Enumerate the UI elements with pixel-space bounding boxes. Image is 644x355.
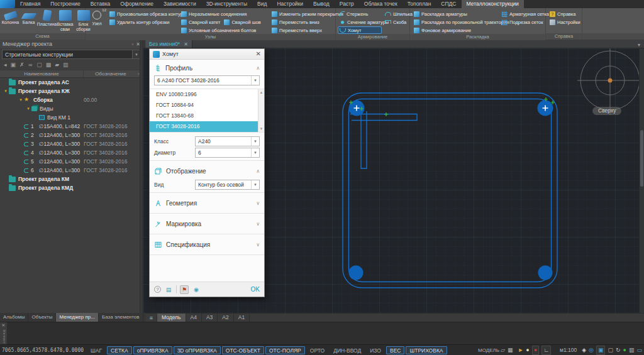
ribbon-tab[interactable]: Оформление [115,0,158,8]
ribbon-button[interactable]: Фоновое армирование [412,26,499,34]
view-tool-icon[interactable]: ● [623,346,626,354]
panel-toolbar-icon[interactable]: ▩ [46,62,52,68]
diameter-dropdown[interactable]: 6 ▾ [195,148,260,158]
ribbon-button[interactable]: Справка [548,10,579,18]
status-icon[interactable]: ● [532,346,539,355]
scroll-down-icon[interactable]: ▼ [260,127,264,131]
view-tool-icon[interactable]: ◎ [589,346,594,354]
panel-scrollbar[interactable] [140,40,143,313]
view-tool-icon[interactable]: ↻ [616,346,621,354]
close-command-icon[interactable]: ✕ [2,323,6,328]
section-profile[interactable]: Профиль ∧ [154,60,260,75]
expand-icon[interactable]: ∨ [256,221,260,227]
ribbon-tab[interactable]: Настройки [272,0,308,8]
tree-item[interactable]: ▾ Сборка 00.00 [0,96,143,104]
command-history[interactable]: Укажите следующий узел или [U-Шаг назад]… [7,320,644,344]
ribbon-big-button[interactable]: Вставка сваи [57,9,74,33]
ribbon-button[interactable]: Стержень [338,10,382,18]
tree-item[interactable]: 3 ∅12А400, L=300 ГОСТ 34028-2016 [0,139,143,148]
section-display[interactable]: Отображение ∧ [154,163,260,178]
axis-toggle-icon[interactable]: ◉ [192,285,201,294]
ribbon-tab[interactable]: Растр [335,0,359,8]
panel-toolbar-icon[interactable]: ▥ [63,62,69,68]
scroll-up-icon[interactable]: ▲ [260,90,264,94]
ribbon-button[interactable]: Настройки [548,18,579,26]
status-toggle[interactable]: ИЗО [366,346,385,354]
view-tool-icon[interactable]: ▢ [608,346,613,354]
ribbon-button[interactable]: Переместить вверх [270,26,338,34]
panel-toolbar-icon[interactable]: ✗ [19,62,25,68]
section-marking[interactable]: Маркировка ∨ [154,216,260,231]
panel-toolbar-icon[interactable]: ▢ [36,62,42,68]
dialog-close-icon[interactable]: ✕ [256,51,261,57]
ribbon-tab[interactable]: Вывод [308,0,335,8]
ribbon-tab[interactable]: Топоплан [402,0,436,8]
section-marker-toggle-icon[interactable]: ⚑ [180,285,189,294]
ribbon-button[interactable]: Произвольная обрезка контура [108,10,178,18]
ribbon-tab[interactable]: Зависимости [158,0,201,8]
help-icon[interactable]: ? [154,286,161,293]
ribbon-tab[interactable]: Вставка [86,0,116,8]
ribbon-tab[interactable]: Облака точек [359,0,402,8]
panel-toolbar-icon[interactable]: ▣ [11,62,16,68]
close-document-icon[interactable]: ✕ [184,41,188,47]
tree-item[interactable]: ▾ Виды [0,104,143,113]
status-icon[interactable]: ▱ [501,346,505,354]
status-toggle[interactable]: СЕТКА [107,346,132,354]
expand-arrow-icon[interactable]: ▾ [25,106,31,111]
ribbon-button[interactable]: Шпилька [383,10,409,18]
status-icon[interactable]: ► [518,346,523,354]
status-toggle[interactable]: 3D оПРИВЯЗКА [174,346,221,354]
ribbon-tab[interactable]: Металлоконструкции [462,0,524,8]
ribbon-big-button[interactable]: Балка [20,9,37,33]
ribbon-button[interactable]: Раскладка арматуры [412,10,499,18]
status-toggle[interactable]: ШТРИХОВКА [406,346,447,354]
view-tool-icon[interactable]: ▣ [596,346,606,355]
status-toggle[interactable]: ОТС-ПОЛЯР [265,346,305,354]
dialog-title-bar[interactable]: Хомут ✕ [150,49,264,60]
pin-icon[interactable]: ▫ [131,41,133,47]
view-compass[interactable] [577,48,639,115]
node-button[interactable]: Узел [87,9,106,34]
ribbon-button[interactable]: Скоба [383,18,409,26]
column-name[interactable]: Наименование [0,70,84,77]
grip-points[interactable] [349,97,555,116]
panel-toolbar-icon[interactable]: ▰ [55,62,59,68]
ribbon-tab[interactable]: Главная [15,0,45,8]
ribbon-tab[interactable]: Вид [252,0,272,8]
view-name-badge[interactable]: Сверху [592,107,621,115]
panel-toolbar-icon[interactable]: ≃ [28,62,33,68]
ribbon-button[interactable]: Хомут [338,26,382,34]
class-dropdown[interactable]: А240 ▾ [195,136,260,146]
list-scrollbar[interactable]: ▲ ▼ [258,89,264,132]
app-logo-icon[interactable] [0,0,15,8]
ribbon-button[interactable]: Подрезка сеток [500,18,545,26]
panel-toolbar-icon[interactable]: ◂ [4,62,7,68]
document-tab[interactable]: Без имени0* ✕ [145,40,192,48]
tree-item[interactable]: Проект раздела КМД [0,183,143,192]
standard-list-item[interactable]: ENV 10080:1996 [150,89,264,100]
section-geometry[interactable]: Геометрия ∨ [154,195,260,210]
status-toggle[interactable]: ОТС-ОБЪЕКТ [222,346,264,354]
tree-item[interactable]: 2 ∅12А400, L=300 ГОСТ 34028-2016 [0,131,143,139]
rebar-section-circles[interactable] [349,101,553,280]
tree-item[interactable]: 5 ∅12А400, L=300 ГОСТ 34028-2016 [0,157,143,166]
tree-item[interactable]: Вид КМ 1 [0,113,143,122]
column-designation[interactable]: Обозначение [84,70,138,77]
status-icon[interactable]: ▦ [508,346,513,354]
ribbon-tab[interactable]: Построение [45,0,85,8]
view-tool-icon[interactable]: ▥ [629,346,635,354]
status-toggle[interactable]: ДИН-ВВОД [330,346,365,354]
collapse-icon[interactable]: ∧ [256,65,260,71]
ribbon-tab[interactable]: 3D-инструменты [201,0,252,8]
expand-icon[interactable]: ∨ [256,242,260,248]
stirrup-contour[interactable] [343,93,557,288]
space-mode-label[interactable]: МОДЕЛЬ [478,347,499,353]
tree-item[interactable]: 6 ∅12А400, L=300 ГОСТ 34028-2016 [0,166,143,175]
ribbon-button-bolty[interactable]: Условные обозначения болтов [179,26,269,34]
tree-item[interactable]: 4 ∅12А400, L=300 ГОСТ 34028-2016 [0,148,143,157]
section-specification[interactable]: Спецификация ∨ [154,237,260,252]
collapse-icon[interactable]: ∧ [256,168,260,174]
profile-dropdown[interactable]: 6 А240 ГОСТ 34028-2016 ▾ [154,75,260,85]
status-toggle[interactable]: оПРИВЯЗКА [133,346,172,354]
